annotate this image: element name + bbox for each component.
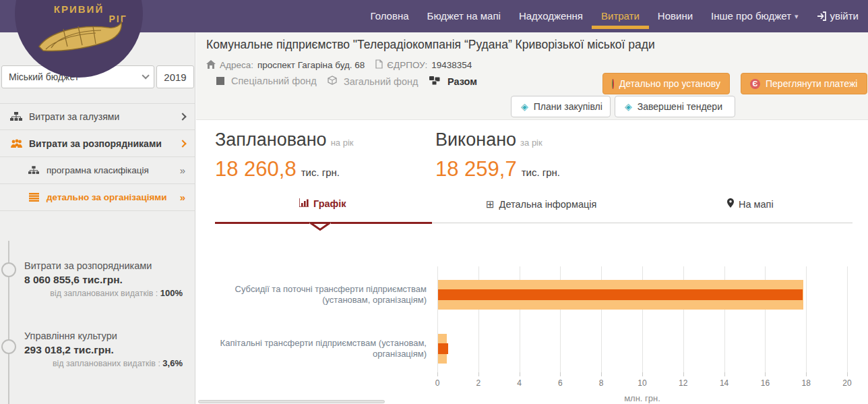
completed-tenders-button[interactable]: ◈ Завершені тендери — [615, 96, 735, 117]
page-title: Комунальне підприємство "Телерадіокомпан… — [206, 38, 655, 52]
executed-stat: Виконаноза рік 18 259,7тис. грн. — [435, 129, 560, 181]
sidebar-item-expenses-by-sector[interactable]: Витрати за галузями — [0, 103, 195, 130]
status-circle-icon — [612, 79, 614, 89]
nav-item-more-about-budget[interactable]: Інше про бюджет▾ — [711, 0, 799, 32]
planned-unit: тис. грн. — [301, 167, 340, 178]
edrpou-value: 19438354 — [431, 60, 472, 70]
view-payments-button[interactable]: Є Переглянути платежі — [741, 73, 867, 94]
tab-general-fund[interactable]: Загальний фонд — [328, 76, 418, 87]
axis-tick-label: 2 — [465, 378, 492, 388]
nav-item-expenses[interactable]: Витрати — [601, 0, 640, 32]
x-axis-title: млн. грн. — [602, 393, 683, 403]
procurement-plans-button[interactable]: ◈ Плани закупівлі — [511, 96, 611, 117]
list-icon — [27, 193, 40, 202]
axis-tick-mark — [520, 372, 520, 376]
org-header-band: Комунальне підприємство "Телерадіокомпан… — [196, 32, 868, 120]
tab-chart[interactable]: Графік — [299, 198, 346, 209]
chart-gridline — [847, 266, 848, 372]
home-icon — [206, 60, 216, 71]
active-tab-caret — [309, 223, 331, 231]
sidebar-item-expenses-by-spenders[interactable]: Витрати за розпорядниками — [0, 130, 195, 157]
trail-amount: 8 060 855,6 тис.грн. — [24, 274, 183, 286]
main-nav: Головна Бюджет на мапі Надходження Витра… — [371, 0, 859, 32]
sidebar-item-program-classification[interactable]: програмна класифікація » — [0, 157, 195, 184]
nav-item-news[interactable]: Новини — [658, 0, 693, 32]
axis-tick-label: 12 — [670, 378, 697, 388]
page: Головна Бюджет на мапі Надходження Витра… — [0, 0, 868, 404]
people-icon — [9, 139, 23, 148]
details-about-institution-button[interactable]: Детально про установу — [602, 73, 730, 94]
document-icon — [375, 59, 383, 71]
prozorro-diamond-icon: ◈ — [625, 101, 632, 112]
drilldown-trail: Витрати за розпорядниками 8 060 855,6 ти… — [0, 227, 195, 404]
trail-item-culture-department[interactable]: Управління культури 293 018,2 тис.грн. в… — [0, 330, 195, 368]
trail-node-icon — [1, 339, 16, 354]
axis-tick-label: 6 — [547, 378, 574, 388]
chevron-down-icon: ▾ — [795, 0, 799, 32]
tab-divider-line — [432, 223, 852, 223]
sign-in-icon — [817, 11, 827, 21]
executed-unit: тис. грн. — [522, 167, 560, 178]
chevron-down-icon — [142, 71, 149, 79]
planned-value: 18 260,8 — [215, 157, 297, 181]
axis-tick-label: 20 — [834, 378, 861, 388]
trail-note: від запланованих видатків : 3,6% — [24, 358, 183, 368]
nav-item-budget-map[interactable]: Бюджет на мапі — [427, 0, 501, 32]
horn-logo-graphic — [36, 21, 125, 63]
active-nav-underline — [592, 26, 649, 29]
sidebar-item-label: детально за організаціями — [46, 192, 167, 202]
tab-total[interactable]: Разом — [429, 76, 477, 88]
square-icon — [216, 77, 224, 85]
tab-detailed-info[interactable]: ⊞ Детальна інформація — [486, 198, 596, 210]
year-select[interactable]: 2019 — [156, 65, 194, 88]
planned-label: Заплановано — [215, 129, 327, 150]
axis-tick-mark — [847, 372, 848, 376]
nav-item-revenues[interactable]: Надходження — [519, 0, 583, 32]
axis-tick-label: 10 — [629, 378, 656, 388]
axis-tick-mark — [683, 372, 684, 376]
axis-tick-mark — [560, 372, 561, 376]
table-icon: ⊞ — [486, 198, 495, 210]
chevron-right-icon — [179, 113, 186, 120]
axis-tick-mark — [642, 372, 643, 376]
bar-chart-icon — [299, 198, 309, 209]
double-chevron-icon: » — [180, 192, 185, 203]
sidebar-item-label: програмна класифікація — [46, 165, 149, 175]
trail-title: Витрати за розпорядниками — [24, 260, 183, 272]
tab-special-fund[interactable]: Спеціальний фонд — [216, 76, 317, 86]
cubes-icon — [429, 76, 441, 88]
axis-tick-label: 14 — [711, 378, 738, 388]
horizontal-scrollbar-thumb[interactable] — [198, 400, 385, 403]
category-label: Субсидії та поточні трансферти підприємс… — [196, 284, 427, 306]
sidebar-item-details-by-organizations[interactable]: детально за організаціями » — [0, 184, 195, 211]
bar-executed — [438, 343, 448, 354]
map-marker-icon — [727, 198, 734, 210]
trail-note: від запланованих видатків : 100% — [24, 288, 183, 298]
nav-item-login[interactable]: увійти — [817, 0, 859, 32]
budget-summary-section: Запланованона рік 18 260,8тис. грн. Вико… — [196, 120, 868, 404]
axis-tick-mark — [437, 372, 438, 376]
nav-item-home[interactable]: Головна — [371, 0, 409, 32]
axis-tick-mark — [478, 372, 479, 376]
axis-tick-label: 4 — [506, 378, 533, 388]
chart-gridline — [806, 266, 807, 372]
tab-on-map[interactable]: На мапі — [727, 198, 774, 210]
axis-tick-label: 16 — [751, 378, 778, 388]
executed-value: 18 259,7 — [435, 157, 517, 181]
hryvnia-icon: Є — [750, 79, 760, 89]
axis-tick-mark — [806, 372, 807, 376]
axis-tick-mark — [724, 372, 725, 376]
axis-tick-label: 0 — [424, 378, 451, 388]
trail-title: Управління культури — [24, 330, 183, 343]
address-label: Адреса: — [220, 60, 253, 70]
executed-period: за рік — [520, 138, 542, 148]
planned-period: на рік — [331, 138, 354, 148]
view-tabs: Графік ⊞ Детальна інформація На мапі — [196, 196, 868, 232]
org-meta-row: Адреса: проспект Гагаріна буд. 68 ЄДРПОУ… — [206, 59, 472, 71]
axis-tick-label: 8 — [588, 378, 615, 388]
trail-item-spenders[interactable]: Витрати за розпорядниками 8 060 855,6 ти… — [0, 260, 195, 298]
double-chevron-icon: » — [180, 165, 185, 176]
sidebar-item-label: Витрати за розпорядниками — [29, 138, 162, 149]
chevron-right-icon — [179, 140, 186, 147]
trail-amount: 293 018,2 тис.грн. — [24, 344, 183, 356]
